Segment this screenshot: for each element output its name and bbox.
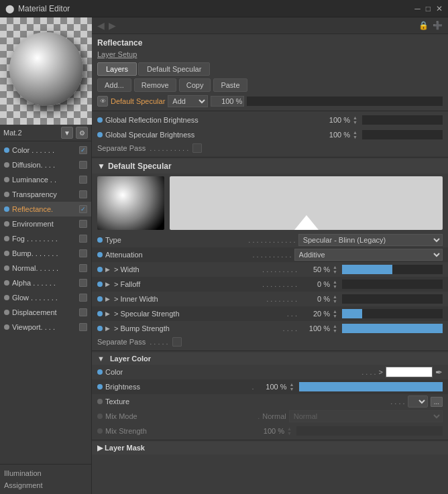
channel-checkbox[interactable] [79,146,87,154]
tab-layers[interactable]: Layers [97,62,137,76]
channel-checkbox[interactable] [79,294,87,302]
ds-sphere-preview [97,176,164,230]
brightness-stepper[interactable]: ▲▼ [290,382,296,391]
channel-item-alpha[interactable]: Alpha . . . . . . [0,275,91,290]
channel-item-color[interactable]: Color . . . . . . [0,143,91,158]
channel-checkbox[interactable] [79,249,87,257]
channel-checkbox[interactable] [79,323,87,331]
layer-name[interactable]: Default Specular [111,97,165,105]
global-reflection-value: 100 % [323,116,350,124]
width-expand-icon[interactable]: ▶ [105,266,110,273]
specular-strength-stepper[interactable]: ▲▼ [333,309,339,318]
type-select[interactable]: Specular - Blinn (Legacy) GGX Phong [298,234,443,246]
illumination-link[interactable]: Illumination [4,467,87,479]
separate-pass-checkbox[interactable] [192,143,202,153]
mix-strength-stepper[interactable]: ▲▼ [287,426,294,436]
bump-strength-stepper[interactable]: ▲▼ [333,324,339,333]
channel-label: Alpha . . . . . . [12,279,76,287]
tab-default-specular[interactable]: Default Specular [138,62,210,76]
add-icon[interactable]: ➕ [433,21,443,30]
mix-mode-select[interactable]: Normal [289,410,443,422]
layer-setup-link[interactable]: Layer Setup [97,50,137,58]
falloff-expand-icon[interactable]: ▶ [105,281,110,288]
color-dots: . . . . [361,368,376,376]
channel-checkbox[interactable] [79,205,87,213]
brightness-dots: . [251,383,254,391]
title-bar: ⬤ Material Editor ─ □ ✕ [0,0,448,17]
width-stepper[interactable]: ▲▼ [333,265,339,274]
material-options-button[interactable]: ⚙ [76,127,88,139]
mix-mode-dots: . [258,412,260,420]
channel-item-fog[interactable]: Fog . . . . . . . . [0,231,91,246]
default-specular-header[interactable]: ▼ Default Specular [92,159,448,174]
color-row: Color . . . . > ✒ [92,365,448,379]
layer-visibility-toggle[interactable]: 👁 [97,96,108,107]
add-button[interactable]: Add... [97,78,131,92]
global-specular-bar [362,130,443,139]
color-swatch[interactable] [386,367,433,377]
opacity-input[interactable] [211,96,244,107]
channel-checkbox[interactable] [79,308,87,316]
back-button[interactable]: ◀ [97,20,105,31]
channel-item-glow[interactable]: Glow . . . . . . . [0,290,91,305]
maximize-button[interactable]: □ [426,4,431,13]
channel-item-transparency[interactable]: Transparency [0,187,91,202]
channel-dot [4,177,9,182]
inner-width-expand-icon[interactable]: ▶ [105,296,110,302]
close-button[interactable]: ✕ [436,4,443,13]
channel-label: Viewport. . . . [12,323,76,331]
forward-button[interactable]: ▶ [109,20,116,31]
global-specular-stepper[interactable]: ▲▼ [353,130,359,139]
texture-browse-button[interactable]: ... [431,397,443,407]
copy-button[interactable]: Copy [179,78,211,92]
mix-strength-value: 100 % [254,427,284,435]
channel-checkbox[interactable] [79,190,87,198]
falloff-row: ▶ > Falloff . . . . . . . . . 0 % ▲▼ [92,277,448,292]
global-reflection-label: Global Reflection Brightness [105,116,321,124]
channel-dot [4,236,9,241]
channel-checkbox[interactable] [79,235,87,243]
material-dropdown-button[interactable]: ▼ [61,127,73,139]
channel-checkbox[interactable] [79,264,87,272]
separate-pass-checkbox-2[interactable] [172,337,182,347]
falloff-stepper[interactable]: ▲▼ [333,280,339,289]
lock-icon[interactable]: 🔒 [418,21,429,30]
type-dot [97,237,103,243]
separate-pass-dots: . . . . . . . . . . [150,144,188,152]
channel-checkbox[interactable] [79,279,87,287]
layer-mask-header[interactable]: ▶ Layer Mask [92,442,448,454]
texture-select[interactable] [408,395,428,408]
layer-color-header[interactable]: ▼ Layer Color [92,353,448,365]
global-reflection-stepper[interactable]: ▲▼ [353,115,359,125]
reflectance-title: Reflectance [92,34,448,49]
remove-button[interactable]: Remove [134,78,176,92]
inner-width-stepper[interactable]: ▲▼ [333,294,339,304]
assignment-link[interactable]: Assignment [4,479,87,491]
channel-item-environment[interactable]: Environment [0,217,91,231]
brightness-value: 100 % [257,383,287,391]
eyedropper-icon[interactable]: ✒ [435,367,443,377]
inner-width-row: ▶ > Inner Width . . . . . . . . 0 % ▲▼ [92,292,448,306]
blend-mode-select[interactable]: Add Normal Multiply [168,95,208,107]
channel-checkbox[interactable] [79,176,87,184]
channel-item-luminance[interactable]: Luminance . . [0,172,91,187]
channel-item-bump[interactable]: Bump. . . . . . . [0,246,91,261]
channel-dot [4,324,9,330]
channel-checkbox[interactable] [79,220,87,228]
channel-item-normal[interactable]: Normal. . . . . . [0,261,91,275]
mix-mode-dot [97,414,103,419]
specular-strength-expand-icon[interactable]: ▶ [105,310,110,317]
minimize-button[interactable]: ─ [414,4,421,13]
channel-label: Normal. . . . . . [12,264,76,272]
channel-item-displacement[interactable]: Displacement [0,305,91,320]
channel-item-reflectance[interactable]: Reflectance. [0,202,91,217]
channel-item-viewport[interactable]: Viewport. . . . [0,320,91,334]
bump-strength-expand-icon[interactable]: ▶ [105,325,110,332]
ds-collapse-arrow: ▼ [97,162,105,171]
channel-checkbox[interactable] [79,161,87,169]
global-specular-row: Global Specular Brightness 100 % ▲▼ [92,127,448,142]
attenuation-select[interactable]: Additive Metal Average [294,249,443,261]
channel-item-diffusion[interactable]: Diffusion. . . . [0,158,91,172]
width-bar-fill [342,265,392,274]
paste-button[interactable]: Paste [213,78,247,92]
